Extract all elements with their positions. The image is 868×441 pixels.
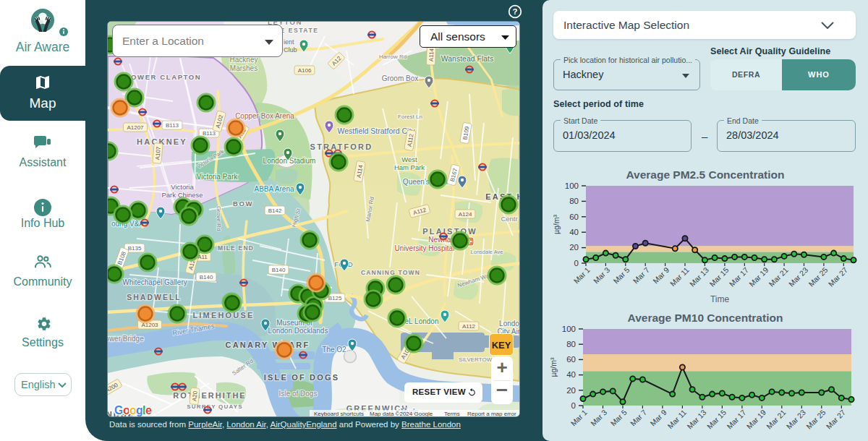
svg-text:40: 40 xyxy=(569,228,579,236)
svg-text:Marshes: Marshes xyxy=(230,64,258,72)
svg-text:A112: A112 xyxy=(462,323,476,330)
svg-text:Mar 17: Mar 17 xyxy=(727,265,750,288)
svg-text:PLAISTOW: PLAISTOW xyxy=(422,227,477,236)
svg-text:LIMEHOUSE: LIMEHOUSE xyxy=(192,311,254,320)
svg-text:CANNING TOWN: CANNING TOWN xyxy=(361,269,420,276)
svg-text:ABBA Arena: ABBA Arena xyxy=(254,185,294,193)
svg-text:A107: A107 xyxy=(154,146,162,160)
svg-text:Centr: Centr xyxy=(501,215,517,223)
svg-text:0: 0 xyxy=(574,259,579,267)
svg-text:A20: A20 xyxy=(191,390,198,402)
svg-text:B113: B113 xyxy=(203,130,216,137)
svg-text:80: 80 xyxy=(566,340,576,348)
svg-text:Club: Club xyxy=(284,46,297,53)
svg-text:Wanstead Flats: Wanstead Flats xyxy=(441,54,494,63)
svg-text:Mar 13: Mar 13 xyxy=(685,408,708,431)
svg-text:CANARY WHARF: CANARY WHARF xyxy=(226,341,310,349)
svg-text:60: 60 xyxy=(566,355,576,364)
svg-text:Mar 13: Mar 13 xyxy=(688,265,711,288)
svg-text:Ham Park: Ham Park xyxy=(394,163,425,171)
svg-text:Westfield Stratford City: Westfield Stratford City xyxy=(337,127,415,135)
svg-text:Mar 25: Mar 25 xyxy=(807,265,830,288)
svg-text:University Hospital: University Hospital xyxy=(395,244,455,252)
svg-text:20: 20 xyxy=(566,386,576,395)
svg-text:Mar 3: Mar 3 xyxy=(592,265,612,286)
svg-text:Mar 1: Mar 1 xyxy=(571,265,592,286)
svg-text:20: 20 xyxy=(569,243,579,252)
svg-text:Keyboard shortcuts: Keyboard shortcuts xyxy=(314,411,364,416)
svg-text:G: G xyxy=(114,404,123,416)
svg-text:West: West xyxy=(401,155,417,163)
svg-text:Mar 27: Mar 27 xyxy=(826,265,849,288)
svg-text:B140: B140 xyxy=(272,267,286,273)
svg-text:Mar 17: Mar 17 xyxy=(725,408,748,431)
svg-text:B142: B142 xyxy=(268,207,282,214)
svg-text:Mar 23: Mar 23 xyxy=(787,265,810,288)
svg-text:Mar 7: Mar 7 xyxy=(631,265,652,286)
svg-text:Mar 21: Mar 21 xyxy=(767,265,790,288)
svg-text:Isle of Dogs: Isle of Dogs xyxy=(279,390,318,398)
svg-text:Londo: Londo xyxy=(499,320,519,327)
svg-text:Mar 1: Mar 1 xyxy=(569,408,589,428)
svg-text:0: 0 xyxy=(571,401,576,410)
svg-text:eL London: eL London xyxy=(405,317,439,325)
svg-text:MILE END: MILE END xyxy=(218,244,254,252)
svg-text:Terms: Terms xyxy=(444,411,460,416)
svg-text:e: e xyxy=(145,404,152,416)
svg-text:Forest Ln: Forest Ln xyxy=(398,114,422,120)
svg-text:B125: B125 xyxy=(328,295,342,301)
svg-text:A106: A106 xyxy=(298,67,312,74)
svg-text:B140: B140 xyxy=(200,274,213,281)
svg-text:ISLE OF DOGS: ISLE OF DOGS xyxy=(264,373,340,382)
svg-text:Grove Rd: Grove Rd xyxy=(216,206,222,231)
svg-text:80: 80 xyxy=(569,197,579,205)
svg-text:Mar 21: Mar 21 xyxy=(765,408,788,431)
svg-text:Mar 15: Mar 15 xyxy=(705,408,728,431)
svg-text:Victoria Park: Victoria Park xyxy=(197,173,239,181)
svg-text:A114: A114 xyxy=(428,48,435,61)
svg-text:Mar 19: Mar 19 xyxy=(744,408,767,431)
svg-text:Report a map error: Report a map error xyxy=(467,411,516,416)
svg-text:Mar 7: Mar 7 xyxy=(629,408,649,428)
svg-text:Copper Box Arena: Copper Box Arena xyxy=(235,112,294,120)
svg-text:Mar 11: Mar 11 xyxy=(668,265,691,288)
svg-text:London Docklands: London Docklands xyxy=(268,327,328,335)
svg-text:40: 40 xyxy=(566,370,576,379)
svg-text:Time: Time xyxy=(710,294,730,304)
svg-text:µg/m³: µg/m³ xyxy=(549,357,558,377)
svg-text:Mar 23: Mar 23 xyxy=(784,408,807,431)
svg-text:Mar 25: Mar 25 xyxy=(804,408,827,431)
svg-text:ower Bridge: ower Bridge xyxy=(108,335,144,343)
svg-text:Mar 15: Mar 15 xyxy=(707,265,731,288)
svg-text:Mar 5: Mar 5 xyxy=(608,408,629,428)
svg-text:Harrow Rd: Harrow Rd xyxy=(379,53,407,60)
svg-text:100: 100 xyxy=(562,325,576,333)
svg-text:Lonsdale Ave: Lonsdale Ave xyxy=(471,249,503,255)
svg-text:Mar 11: Mar 11 xyxy=(665,408,688,430)
svg-text:A1207: A1207 xyxy=(127,124,144,131)
svg-text:60: 60 xyxy=(569,213,579,221)
svg-text:?: ? xyxy=(512,7,517,16)
svg-text:LOWER CLAPTON: LOWER CLAPTON xyxy=(126,73,202,81)
svg-text:µg/m³: µg/m³ xyxy=(552,214,561,234)
svg-text:STRATFORD: STRATFORD xyxy=(310,142,373,151)
svg-text:B113: B113 xyxy=(166,122,179,129)
svg-text:ROTHERHITHE: ROTHERHITHE xyxy=(173,391,246,400)
svg-text:SHADWELL: SHADWELL xyxy=(127,293,182,301)
svg-text:Mar 19: Mar 19 xyxy=(747,265,770,288)
svg-text:Victoria: Victoria xyxy=(171,183,194,191)
svg-text:B135: B135 xyxy=(128,245,142,252)
svg-text:Map data ©2024 Google: Map data ©2024 Google xyxy=(370,411,433,416)
svg-text:BOW: BOW xyxy=(233,200,253,207)
svg-text:Mar 27: Mar 27 xyxy=(824,408,847,431)
svg-text:Whitechapel Gallery: Whitechapel Gallery xyxy=(122,278,187,286)
svg-text:The O2: The O2 xyxy=(322,346,346,354)
svg-text:Mar 5: Mar 5 xyxy=(611,265,631,286)
svg-text:A124: A124 xyxy=(459,211,472,218)
svg-text:Mar 3: Mar 3 xyxy=(589,408,609,428)
svg-text:E ESTATE: E ESTATE xyxy=(280,27,318,34)
svg-text:Groom Box: Groom Box xyxy=(382,74,419,82)
svg-text:100: 100 xyxy=(565,181,579,190)
svg-text:ient: ient xyxy=(284,38,294,46)
